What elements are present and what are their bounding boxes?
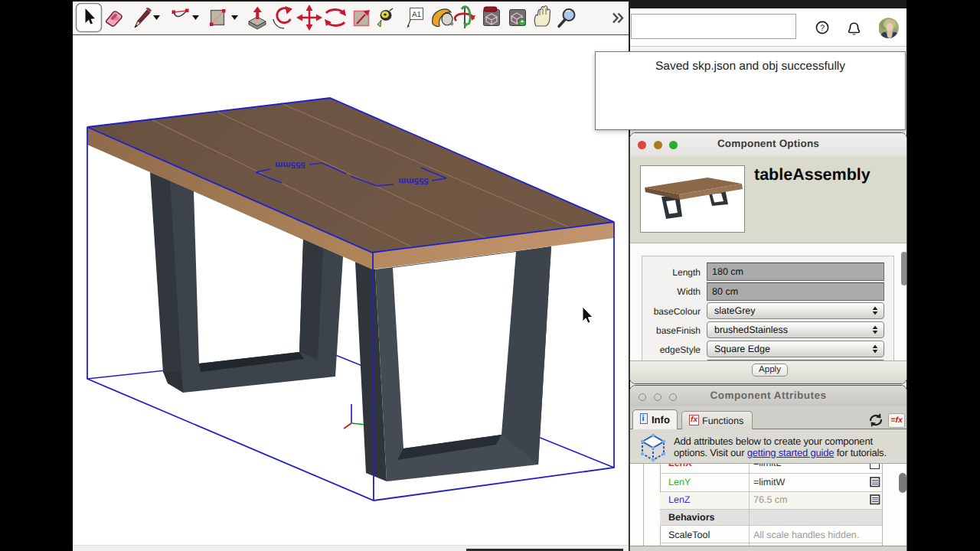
svg-text:555mm: 555mm [398,176,429,185]
svg-text:555mm: 555mm [275,160,305,169]
svg-text:?: ? [820,24,825,33]
svg-text:A1: A1 [412,11,422,19]
